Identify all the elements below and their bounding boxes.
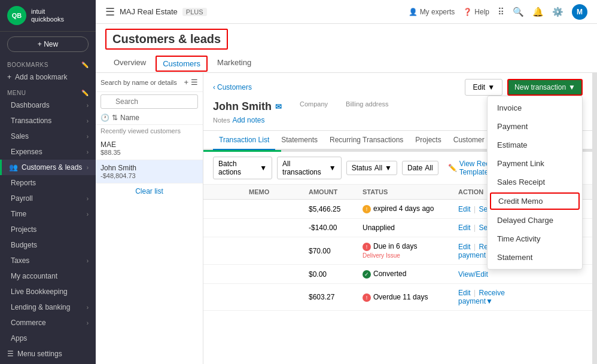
search-icon[interactable]: 🔍 — [513, 7, 524, 17]
chevron-down-icon: ▼ — [488, 83, 495, 91]
bookmarks-section: BOOKMARKS ✏️ — [0, 57, 96, 69]
settings-icon[interactable]: ⚙️ — [552, 7, 564, 17]
tab-overview[interactable]: Overview — [105, 53, 154, 73]
trans-tab-projects[interactable]: Projects — [409, 131, 447, 150]
action-edit[interactable]: Edit — [458, 289, 471, 297]
row-amount: $0.00 — [309, 270, 363, 279]
my-experts-button[interactable]: 👤 My experts — [409, 8, 455, 16]
tab-marketing[interactable]: Marketing — [209, 53, 260, 73]
company-name: MAJ Real Estate — [120, 7, 178, 16]
topbar: ☰ MAJ Real Estate PLUS 👤 My experts ❓ He… — [96, 0, 597, 24]
chevron-right-icon: › — [87, 149, 89, 155]
dropdown-item-estimate[interactable]: Estimate — [488, 136, 582, 154]
new-transaction-dropdown: InvoicePaymentEstimatePayment LinkSales … — [487, 96, 583, 270]
detail-actions: Edit ▼ New transaction ▼ InvoicePaymentE… — [465, 79, 583, 96]
new-transaction-button[interactable]: New transaction ▼ — [507, 79, 583, 96]
action-view[interactable]: View/Edit — [458, 270, 488, 279]
customer-entry[interactable]: MAE$88.35 — [96, 137, 203, 160]
search-wrap: 🔍 — [100, 94, 198, 109]
sidebar-item-reports[interactable]: Reports — [0, 175, 96, 191]
chevron-right-icon: › — [87, 258, 89, 264]
dropdown-item-payment-link[interactable]: Payment Link — [488, 154, 582, 173]
status-dot: ! — [363, 293, 371, 302]
sidebar-item-live-bookkeeping[interactable]: Live Bookkeeping — [0, 284, 96, 299]
tab-customers[interactable]: Customers — [156, 56, 208, 72]
date-filter[interactable]: Date All — [402, 161, 438, 175]
sidebar-item-payroll[interactable]: Payroll› — [0, 191, 96, 206]
add-icon[interactable]: + — [184, 78, 188, 87]
col-type — [213, 188, 249, 195]
user-avatar[interactable]: M — [572, 4, 587, 20]
edit-button[interactable]: Edit ▼ — [465, 79, 502, 96]
row-amount: $70.00 — [309, 247, 363, 255]
dropdown-item-statement[interactable]: Statement — [488, 248, 582, 267]
sidebar-item-customers---leads[interactable]: 👥Customers & leads› — [0, 160, 96, 175]
clock-icon: 🕐 — [100, 114, 109, 122]
sidebar-item-taxes[interactable]: Taxes› — [0, 253, 96, 268]
chevron-left-icon: ‹ — [213, 83, 215, 91]
chevron-down-icon-4: ▼ — [329, 164, 336, 172]
dropdown-item-time-activity[interactable]: Time Activity — [488, 230, 582, 248]
dropdown-item-sales-receipt[interactable]: Sales Receipt — [488, 173, 582, 191]
chevron-right-icon: › — [87, 133, 89, 140]
logo-area: QB intuitquickbooks — [0, 0, 96, 32]
clear-list-button[interactable]: Clear list — [96, 183, 203, 199]
sidebar: QB intuitquickbooks + New BOOKMARKS ✏️ +… — [0, 0, 96, 364]
sidebar-item-my-accountant[interactable]: My accountant — [0, 268, 96, 284]
dropdown-item-credit-memo[interactable]: Credit Memo — [490, 192, 580, 210]
billing-block: Billing address — [346, 100, 389, 113]
status-filter[interactable]: Status All ▼ — [346, 161, 397, 175]
action-edit[interactable]: Edit — [458, 224, 471, 232]
chevron-down-icon-5: ▼ — [385, 164, 392, 172]
sidebar-item-commerce[interactable]: Commerce› — [0, 315, 96, 331]
back-to-customers[interactable]: ‹ Customers — [213, 83, 252, 91]
dropdown-item-payment[interactable]: Payment — [488, 117, 582, 136]
col-memo: MEMO — [249, 188, 309, 195]
type-filter[interactable]: All transactions ▼ — [277, 157, 342, 179]
action-edit[interactable]: Edit — [458, 205, 471, 213]
customer-search-input[interactable] — [100, 94, 198, 109]
svg-text:QB: QB — [12, 12, 22, 19]
list-menu-icon[interactable]: ☰ — [191, 78, 198, 87]
pencil-icon: ✏️ — [448, 164, 457, 172]
dropdown-item-invoice[interactable]: Invoice — [488, 99, 582, 117]
help-button[interactable]: ❓ Help — [463, 8, 489, 16]
sort-label: Name — [120, 114, 139, 122]
customer-entry[interactable]: John Smith-$48,804.73 — [96, 160, 203, 183]
trans-tab-statements[interactable]: Statements — [275, 131, 324, 150]
trans-tab-recurring-transactions[interactable]: Recurring Transactions — [324, 131, 409, 150]
page-title: Customers & leads — [112, 32, 221, 45]
chevron-right-icon: › — [87, 320, 89, 326]
content-area: Search by name or details + ☰ 🔍 🕐 ⇅ Nam — [96, 73, 597, 364]
sidebar-item-dashboards[interactable]: Dashboards› — [0, 97, 96, 113]
chevron-right-icon: › — [87, 211, 89, 218]
sidebar-item-transactions[interactable]: Transactions› — [0, 113, 96, 129]
sidebar-item-expenses[interactable]: Expenses› — [0, 144, 96, 160]
menu-settings[interactable]: ☰ Menu settings — [0, 346, 96, 362]
hamburger-icon[interactable]: ☰ — [105, 5, 115, 19]
action-edit[interactable]: Edit — [458, 243, 471, 251]
company-block: Company — [300, 100, 328, 113]
help-icon: ❓ — [463, 8, 472, 16]
notifications-icon[interactable]: 🔔 — [532, 7, 544, 17]
add-notes-link[interactable]: Add notes — [232, 116, 264, 124]
dropdown-item-delayed-charge[interactable]: Delayed Charge — [488, 211, 582, 230]
trans-tab-transaction-list[interactable]: Transaction List — [213, 131, 275, 150]
customer-name: John Smith ✉ — [213, 100, 282, 113]
sidebar-item-apps[interactable]: Apps — [0, 331, 96, 346]
chevron-right-icon: › — [87, 304, 89, 311]
sidebar-item-time[interactable]: Time› — [0, 206, 96, 222]
action-dropdown[interactable]: ▼ — [486, 297, 493, 305]
sidebar-item-lending---banking[interactable]: Lending & banking› — [0, 299, 96, 315]
chevron-right-icon: › — [87, 164, 89, 171]
status-dot: ! — [363, 243, 371, 251]
sidebar-item-projects[interactable]: Projects — [0, 222, 96, 237]
sidebar-item-sales[interactable]: Sales› — [0, 129, 96, 144]
new-button[interactable]: + New — [7, 36, 89, 52]
sort-direction: ⇅ — [112, 114, 118, 122]
apps-icon[interactable]: ⠿ — [498, 7, 504, 17]
page-title-box: Customers & leads — [105, 29, 228, 50]
add-bookmark[interactable]: + Add a bookmark — [0, 69, 96, 85]
sidebar-item-budgets[interactable]: Budgets — [0, 237, 96, 253]
batch-actions-select[interactable]: Batch actions ▼ — [213, 157, 272, 179]
